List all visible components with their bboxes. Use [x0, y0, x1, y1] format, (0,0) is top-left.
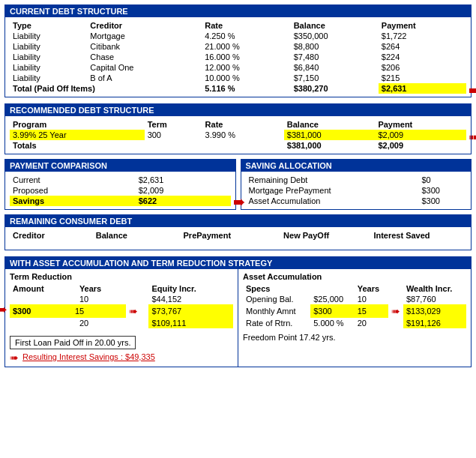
current-debt-header: CURRENT DEBT STRUCTURE — [5, 5, 471, 17]
interest-savings-row: ➠ Resulting Interest Savings : $49,335 — [10, 352, 233, 364]
col-creditor: Creditor — [87, 20, 202, 31]
remaining-debt-row: Remaining Debt $0 — [246, 175, 467, 185]
col-amount: Amount — [10, 283, 72, 294]
loan-note: First Loan Paid Off in 20.00 yrs. — [10, 336, 136, 349]
col-equity: Equity Incr. — [148, 283, 233, 294]
recommended-debt-section: RECOMMENDED DEBT STRUCTURE Program Term … — [4, 103, 472, 154]
asset-row-rate: Rate of Rtrn. 5.000 % 20 $191,126 — [243, 318, 466, 328]
term-row-20: 20 $109,111 — [10, 318, 233, 328]
col-spacer — [126, 283, 148, 294]
saving-allocation-section: SAVING ALLOCATION Remaining Debt $0 Mort… — [241, 159, 472, 210]
recommended-total-row: Totals $381,000 $2,009 — [10, 140, 466, 151]
loan-note-wrapper: First Loan Paid Off in 20.00 yrs. ➠ Resu… — [10, 333, 233, 364]
payment-comparison-section: PAYMENT COMPARISON Current $2,631 Propos… — [4, 159, 236, 210]
current-debt-table: Type Creditor Rate Balance Payment Liabi… — [10, 20, 466, 94]
freedom-point: Freedom Point 17.42 yrs. — [243, 333, 466, 342]
arrow-term-right: ➠ — [129, 305, 138, 317]
current-debt-section: CURRENT DEBT STRUCTURE Type Creditor Rat… — [4, 4, 472, 97]
arrow-asset: ➠ — [391, 305, 400, 317]
payment-saving-row: PAYMENT COMPARISON Current $2,631 Propos… — [4, 159, 472, 210]
col-spec-value — [310, 283, 354, 294]
asset-accumulation-table: Specs Years Wealth Incr. Opening Bal. $2… — [243, 283, 466, 328]
table-row: Liability Mortgage 4.250 % $350,000 $1,7… — [10, 31, 466, 41]
arrow-term-left: ➠ — [0, 304, 7, 316]
table-row: Liability Citibank 21.000 % $8,800 $264 — [10, 41, 466, 52]
col-creditor: Creditor — [10, 230, 66, 241]
col-rate: Rate — [202, 20, 290, 31]
interest-savings-text: Resulting Interest Savings : $49,335 — [22, 352, 155, 361]
table-row: Liability B of A 10.000 % $7,150 $215 — [10, 73, 466, 83]
asset-accum-row: Asset Accumulation $300 — [246, 196, 467, 206]
asset-accumulation-subtitle: Asset Accumulation — [243, 272, 466, 281]
table-row: Liability Capital One 12.000 % $6,840 $2… — [10, 62, 466, 73]
asset-content-row: Term Reduction Amount Years Equity Incr.… — [5, 269, 471, 367]
recommended-debt-content: Program Term Rate Balance Payment 3.99% … — [5, 116, 471, 154]
asset-accumulation-section: WITH ASSET ACCUMULATION AND TERM REDUCTI… — [4, 256, 472, 367]
asset-row-opening: Opening Bal. $25,000 10 $87,760 — [243, 294, 466, 304]
arrow-recommended: ➠ — [469, 129, 476, 145]
col-prepayment: PrePayment — [161, 230, 269, 241]
col-program: Program — [10, 119, 145, 130]
col-wealth: Wealth Incr. — [403, 283, 466, 294]
proposed-row: Proposed $2,009 — [10, 185, 231, 196]
arrow-current-total: ➠ — [469, 82, 476, 99]
recommended-debt-header: RECOMMENDED DEBT STRUCTURE — [5, 104, 471, 116]
saving-allocation-table: Remaining Debt $0 Mortgage PrePayment $3… — [246, 175, 467, 206]
col-payment: Payment — [379, 20, 466, 31]
savings-row: Savings $622 ➠ — [10, 196, 231, 206]
payment-comparison-content: Current $2,631 Proposed $2,009 Savings $… — [5, 172, 235, 209]
col-interest-saved: Interest Saved — [362, 230, 466, 241]
col-balance: Balance — [66, 230, 161, 241]
col-years: Years — [72, 283, 127, 294]
total-payment-value: $2,631 — [382, 84, 407, 93]
col-spacer — [388, 283, 403, 294]
col-balance: Balance — [284, 119, 376, 130]
col-years: Years — [355, 283, 388, 294]
remaining-consumer-header: REMAINING CONSUMER DEBT — [5, 215, 471, 227]
term-reduction-table: Amount Years Equity Incr. 10 $44,152 — [10, 283, 233, 328]
arrow-savings: ➠ — [233, 194, 244, 211]
empty-row — [10, 241, 466, 247]
col-payment: Payment — [375, 119, 466, 130]
remaining-consumer-table: Creditor Balance PrePayment New PayOff I… — [10, 230, 466, 247]
remaining-consumer-section: REMAINING CONSUMER DEBT Creditor Balance… — [4, 214, 472, 250]
asset-accumulation-header: WITH ASSET ACCUMULATION AND TERM REDUCTI… — [5, 257, 471, 269]
col-type: Type — [10, 20, 87, 31]
col-rate: Rate — [202, 119, 284, 130]
current-debt-content: Type Creditor Rate Balance Payment Liabi… — [5, 17, 471, 97]
term-reduction-subtitle: Term Reduction — [10, 272, 233, 281]
remaining-consumer-content: Creditor Balance PrePayment New PayOff I… — [5, 227, 471, 250]
term-reduction-panel: Term Reduction Amount Years Equity Incr.… — [5, 269, 238, 367]
saving-allocation-header: SAVING ALLOCATION — [241, 160, 472, 172]
term-row-15: ➠ $300 15 ➠ $73,767 — [10, 304, 233, 318]
arrow-interest: ➠ — [10, 352, 19, 364]
col-specs: Specs — [243, 283, 310, 294]
payment-comparison-table: Current $2,631 Proposed $2,009 Savings $… — [10, 175, 231, 206]
asset-accumulation-panel: Asset Accumulation Specs Years Wealth In… — [238, 269, 471, 367]
mortgage-prepay-row: Mortgage PrePayment $300 — [246, 185, 467, 196]
table-row: Liability Chase 16.000 % $7,480 $224 — [10, 52, 466, 62]
col-new-payoff: New PayOff — [268, 230, 362, 241]
col-balance: Balance — [291, 20, 379, 31]
saving-allocation-content: Remaining Debt $0 Mortgage PrePayment $3… — [241, 172, 472, 209]
payment-comparison-header: PAYMENT COMPARISON — [5, 160, 235, 172]
asset-row-monthly: Monthly Amnt $300 15 ➠ $133,029 — [243, 304, 466, 318]
term-row-10: 10 $44,152 — [10, 294, 233, 304]
current-debt-total-row: Total (Paid Off Items) 5.116 % $380,270 … — [10, 83, 466, 94]
col-term: Term — [145, 119, 202, 130]
current-row: Current $2,631 — [10, 175, 231, 185]
recommended-debt-table: Program Term Rate Balance Payment 3.99% … — [10, 119, 466, 151]
recommended-row: 3.99% 25 Year 300 3.990 % $381,000 $2,00… — [10, 130, 466, 140]
